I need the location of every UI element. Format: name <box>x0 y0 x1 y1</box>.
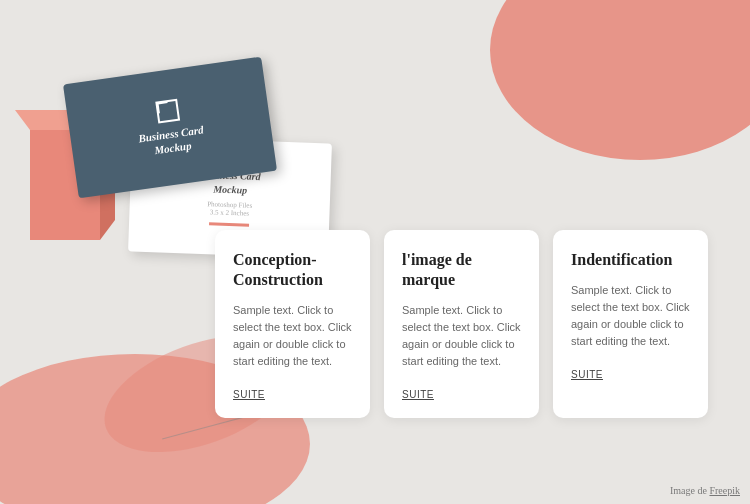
white-card-subtitle: Photoshop Files3.5 x 2 Inches <box>199 200 259 218</box>
card-accent-line <box>209 222 249 226</box>
card-icon <box>155 98 180 123</box>
card-3-link[interactable]: SUITE <box>571 369 603 380</box>
info-card-1: Conception-Construction Sample text. Cli… <box>215 230 370 418</box>
card-3-body: Sample text. Click to select the text bo… <box>571 282 690 350</box>
card-3-title: Indentification <box>571 250 690 270</box>
card-2-title: l'image de marque <box>402 250 521 290</box>
image-credit: Image de Freepik <box>670 485 740 496</box>
info-card-2: l'image de marque Sample text. Click to … <box>384 230 539 418</box>
card-1-link[interactable]: SUITE <box>233 389 265 400</box>
info-card-3: Indentification Sample text. Click to se… <box>553 230 708 418</box>
bg-shape-top-right <box>490 0 750 160</box>
card-2-body: Sample text. Click to select the text bo… <box>402 302 521 370</box>
card-1-body: Sample text. Click to select the text bo… <box>233 302 352 370</box>
card-2-link[interactable]: SUITE <box>402 389 434 400</box>
freepik-link[interactable]: Freepik <box>709 485 740 496</box>
info-cards-container: Conception-Construction Sample text. Cli… <box>215 230 708 418</box>
dark-card-title: Business Card Mockup <box>137 122 206 159</box>
card-1-title: Conception-Construction <box>233 250 352 290</box>
